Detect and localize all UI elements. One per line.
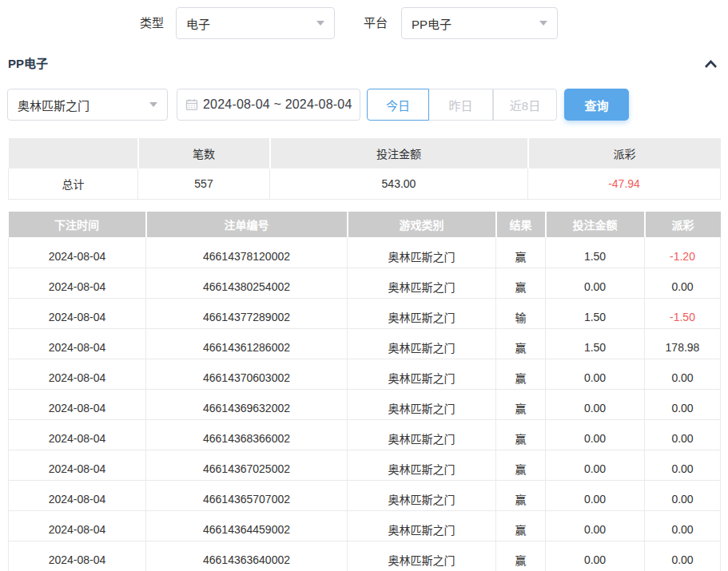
summary-total-label: 总计 bbox=[9, 169, 138, 199]
record-result: 赢 bbox=[496, 450, 546, 480]
type-select-value: 电子 bbox=[186, 15, 310, 32]
record-bet-amount: 0.00 bbox=[546, 541, 645, 571]
records-table-body: 2024-08-04 46614378120002 奥林匹斯之门 赢 1.50 … bbox=[9, 237, 721, 571]
record-bet-time: 2024-08-04 bbox=[9, 480, 146, 510]
record-game-category: 奥林匹斯之门 bbox=[348, 237, 496, 268]
summary-header-bet-amount: 投注金额 bbox=[270, 138, 528, 169]
record-result: 赢 bbox=[496, 359, 546, 389]
record-bet-time: 2024-08-04 bbox=[9, 389, 146, 419]
records-header-row: 下注时间 注单编号 游戏类别 结果 投注金额 派彩 bbox=[9, 212, 721, 237]
record-result: 赢 bbox=[496, 389, 546, 419]
summary-header-count: 笔数 bbox=[138, 138, 270, 169]
record-game-category: 奥林匹斯之门 bbox=[348, 541, 496, 571]
record-bet-id: 46614377289002 bbox=[146, 298, 348, 328]
search-button[interactable]: 查询 bbox=[564, 89, 629, 121]
last-8-days-button[interactable]: 近8日 bbox=[493, 89, 557, 121]
record-result: 输 bbox=[496, 298, 546, 328]
record-payout: -1.50 bbox=[645, 298, 721, 328]
summary-header-payout: 派彩 bbox=[528, 138, 721, 169]
platform-select[interactable]: PP电子 bbox=[401, 7, 558, 39]
record-payout: 0.00 bbox=[645, 480, 721, 510]
record-row: 2024-08-04 46614378120002 奥林匹斯之门 赢 1.50 … bbox=[9, 237, 721, 268]
caret-down-icon bbox=[149, 102, 157, 107]
type-select[interactable]: 电子 bbox=[176, 7, 335, 39]
chevron-up-icon bbox=[704, 60, 718, 69]
record-payout: 0.00 bbox=[645, 419, 721, 450]
date-range-value: 2024-08-04 ~ 2024-08-04 bbox=[203, 97, 352, 112]
records-header-bet-id: 注单编号 bbox=[146, 212, 348, 237]
record-bet-time: 2024-08-04 bbox=[9, 359, 146, 389]
record-bet-time: 2024-08-04 bbox=[9, 541, 146, 571]
record-result: 赢 bbox=[496, 328, 546, 359]
summary-total-row: 总计 557 543.00 -47.94 bbox=[9, 169, 721, 199]
record-bet-id: 46614361286002 bbox=[146, 328, 348, 359]
record-game-category: 奥林匹斯之门 bbox=[348, 480, 496, 510]
record-result: 赢 bbox=[496, 480, 546, 510]
caret-down-icon bbox=[539, 21, 547, 26]
record-bet-id: 46614365707002 bbox=[146, 480, 348, 510]
record-game-category: 奥林匹斯之门 bbox=[348, 419, 496, 450]
platform-select-value: PP电子 bbox=[412, 15, 533, 32]
date-range-picker[interactable]: 2024-08-04 ~ 2024-08-04 bbox=[177, 89, 360, 121]
record-row: 2024-08-04 46614361286002 奥林匹斯之门 赢 1.50 … bbox=[9, 328, 721, 359]
record-game-category: 奥林匹斯之门 bbox=[348, 510, 496, 541]
records-header-result: 结果 bbox=[496, 212, 546, 237]
record-row: 2024-08-04 46614369632002 奥林匹斯之门 赢 0.00 … bbox=[9, 389, 721, 419]
calendar-icon bbox=[185, 98, 198, 111]
record-bet-amount: 0.00 bbox=[546, 419, 645, 450]
record-bet-time: 2024-08-04 bbox=[9, 450, 146, 480]
filter-row: 奥林匹斯之门 2024-08-04 ~ 2024-08-04 今日 昨日 近 bbox=[0, 89, 728, 121]
record-bet-id: 46614364459002 bbox=[146, 510, 348, 541]
platform-filter-label: 平台 bbox=[364, 7, 388, 39]
record-bet-time: 2024-08-04 bbox=[9, 237, 146, 268]
records-header-game-category: 游戏类别 bbox=[348, 212, 496, 237]
record-payout: 0.00 bbox=[645, 450, 721, 480]
record-bet-id: 46614368366002 bbox=[146, 419, 348, 450]
summary-total-payout: -47.94 bbox=[528, 169, 721, 199]
yesterday-button[interactable]: 昨日 bbox=[429, 89, 493, 121]
summary-header-empty bbox=[9, 138, 138, 169]
records-header-bet-time: 下注时间 bbox=[9, 212, 146, 237]
record-payout: 0.00 bbox=[645, 541, 721, 571]
game-select[interactable]: 奥林匹斯之门 bbox=[7, 89, 168, 121]
record-bet-time: 2024-08-04 bbox=[9, 268, 146, 298]
summary-table: 笔数 投注金额 派彩 总计 557 543.00 -47.94 bbox=[8, 138, 721, 200]
record-bet-amount: 0.00 bbox=[546, 450, 645, 480]
quick-range-group: 今日 昨日 近8日 bbox=[367, 89, 557, 121]
record-row: 2024-08-04 46614370603002 奥林匹斯之门 赢 0.00 … bbox=[9, 359, 721, 389]
caret-down-icon bbox=[316, 21, 324, 26]
summary-total-bet-amount: 543.00 bbox=[270, 169, 528, 199]
record-payout: 0.00 bbox=[645, 268, 721, 298]
record-bet-amount: 0.00 bbox=[546, 389, 645, 419]
summary-header-row: 笔数 投注金额 派彩 bbox=[9, 138, 721, 169]
record-bet-amount: 0.00 bbox=[546, 359, 645, 389]
record-result: 赢 bbox=[496, 268, 546, 298]
record-row: 2024-08-04 46614364459002 奥林匹斯之门 赢 0.00 … bbox=[9, 510, 721, 541]
record-bet-amount: 0.00 bbox=[546, 268, 645, 298]
game-select-value: 奥林匹斯之门 bbox=[18, 97, 143, 113]
today-button[interactable]: 今日 bbox=[367, 89, 429, 121]
records-header-payout: 派彩 bbox=[645, 212, 721, 237]
record-game-category: 奥林匹斯之门 bbox=[348, 328, 496, 359]
record-bet-amount: 1.50 bbox=[546, 237, 645, 268]
record-result: 赢 bbox=[496, 237, 546, 268]
record-game-category: 奥林匹斯之门 bbox=[348, 268, 496, 298]
betting-records-page: 类型 电子 平台 PP电子 PP电子 奥林匹斯之门 bbox=[0, 0, 728, 571]
record-bet-id: 46614380254002 bbox=[146, 268, 348, 298]
record-bet-amount: 0.00 bbox=[546, 510, 645, 541]
record-bet-amount: 1.50 bbox=[546, 298, 645, 328]
record-game-category: 奥林匹斯之门 bbox=[348, 359, 496, 389]
record-row: 2024-08-04 46614367025002 奥林匹斯之门 赢 0.00 … bbox=[9, 450, 721, 480]
record-row: 2024-08-04 46614365707002 奥林匹斯之门 赢 0.00 … bbox=[9, 480, 721, 510]
record-bet-id: 46614367025002 bbox=[146, 450, 348, 480]
record-bet-time: 2024-08-04 bbox=[9, 419, 146, 450]
record-bet-amount: 1.50 bbox=[546, 328, 645, 359]
type-filter-label: 类型 bbox=[140, 7, 164, 39]
record-bet-id: 46614378120002 bbox=[146, 237, 348, 268]
record-result: 赢 bbox=[496, 541, 546, 571]
record-bet-id: 46614370603002 bbox=[146, 359, 348, 389]
record-bet-amount: 0.00 bbox=[546, 480, 645, 510]
record-game-category: 奥林匹斯之门 bbox=[348, 298, 496, 328]
collapse-section-button[interactable] bbox=[701, 54, 720, 73]
record-bet-time: 2024-08-04 bbox=[9, 328, 146, 359]
